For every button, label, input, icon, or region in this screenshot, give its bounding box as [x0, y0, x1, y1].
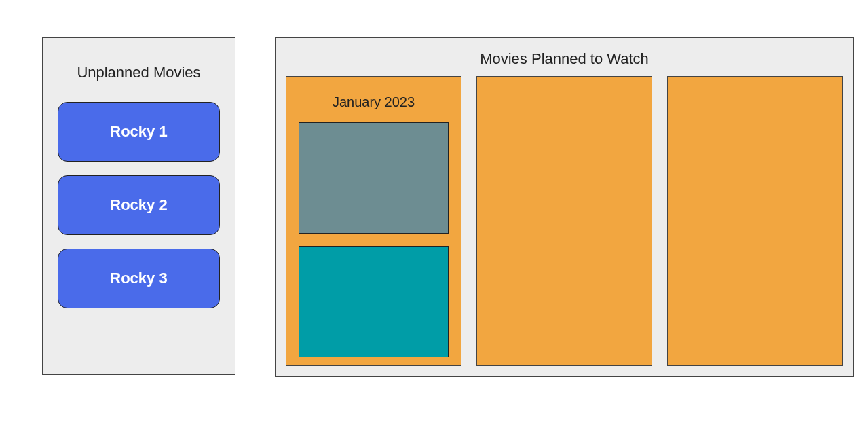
movie-slot[interactable]: [299, 122, 449, 234]
movie-card[interactable]: Rocky 2: [58, 175, 220, 235]
movie-card-label: Rocky 1: [110, 123, 167, 141]
planned-movies-title: Movies Planned to Watch: [276, 38, 853, 76]
unplanned-movies-panel: Unplanned Movies Rocky 1 Rocky 2 Rocky 3: [42, 37, 235, 375]
unplanned-movies-list: Rocky 1 Rocky 2 Rocky 3: [43, 102, 235, 308]
movie-card-label: Rocky 2: [110, 196, 167, 214]
movie-card-label: Rocky 3: [110, 270, 167, 287]
month-column[interactable]: [667, 76, 843, 366]
month-label: January 2023: [286, 77, 461, 122]
months-row: January 2023: [276, 76, 853, 366]
slot-list: [286, 122, 461, 357]
movie-card[interactable]: Rocky 1: [58, 102, 220, 162]
movie-slot[interactable]: [299, 246, 449, 357]
movie-card[interactable]: Rocky 3: [58, 249, 220, 308]
month-column[interactable]: January 2023: [286, 76, 461, 366]
unplanned-movies-title: Unplanned Movies: [43, 38, 235, 102]
planned-movies-panel: Movies Planned to Watch January 2023: [275, 37, 854, 377]
month-column[interactable]: [476, 76, 652, 366]
